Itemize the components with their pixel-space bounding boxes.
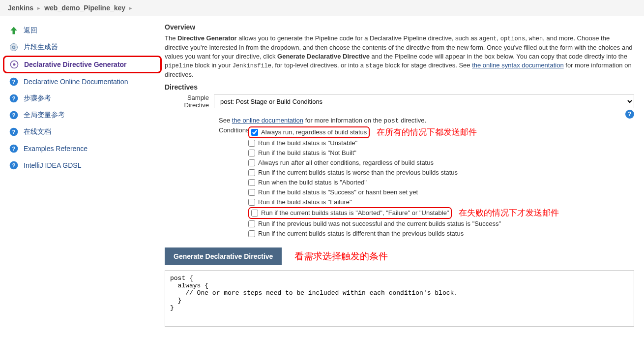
generate-button[interactable]: Generate Declarative Directive — [165, 247, 282, 265]
svg-text:?: ? — [12, 162, 15, 168]
condition-item-9: Run if the previous build was not succes… — [248, 219, 634, 229]
condition-label: Run if the current builds status is wors… — [258, 168, 458, 178]
sidebar-item-label: 步骤参考 — [24, 94, 51, 103]
condition-checkbox-0[interactable] — [251, 129, 258, 136]
condition-item-10: Run if the current builds status is diff… — [248, 229, 634, 239]
generate-annotation: 看需求选择触发的条件 — [294, 250, 388, 263]
sidebar-item-label: Declarative Directive Generator — [24, 61, 127, 68]
svg-text:?: ? — [12, 78, 15, 85]
condition-item-4: Run if the current builds status is wors… — [248, 168, 634, 178]
sidebar-item-label: 返回 — [24, 26, 37, 35]
chevron-right-icon: ▸ — [37, 5, 40, 11]
sidebar-item-7[interactable]: ?Examples Reference — [0, 140, 165, 157]
sidebar-item-0[interactable]: 返回 — [0, 22, 165, 39]
svg-text:?: ? — [12, 145, 15, 152]
condition-label: Run if the build status is "Failure" — [258, 197, 352, 207]
condition-item-0: Always run, regardless of build status在所… — [248, 126, 634, 138]
breadcrumb: Jenkins ▸ web_demo_Pipeline_key ▸ — [0, 0, 644, 16]
help-text: See the online documentation for more in… — [219, 117, 634, 124]
condition-checkbox-8[interactable] — [251, 210, 258, 216]
condition-item-3: Always run after all other conditions, r… — [248, 158, 634, 168]
gear-icon — [9, 42, 19, 52]
breadcrumb-item[interactable]: web_demo_Pipeline_key — [44, 4, 125, 12]
sidebar: 返回片段生成器Declarative Directive Generator?D… — [0, 16, 165, 334]
svg-text:?: ? — [12, 112, 15, 118]
condition-item-6: Run if the build status is "Success" or … — [248, 187, 634, 197]
condition-checkbox-2[interactable] — [248, 150, 255, 156]
svg-point-3 — [13, 63, 16, 66]
condition-checkbox-10[interactable] — [248, 230, 255, 237]
condition-item-8: Run if the current builds status is "Abo… — [248, 207, 634, 219]
condition-checkbox-3[interactable] — [248, 159, 255, 166]
condition-checkbox-7[interactable] — [248, 199, 255, 206]
condition-label: Always run, regardless of build status — [261, 127, 367, 137]
condition-checkbox-1[interactable] — [248, 140, 255, 147]
sidebar-item-8[interactable]: ?IntelliJ IDEA GDSL — [0, 157, 165, 174]
condition-label: Run when the build status is "Aborted" — [258, 178, 367, 187]
sidebar-item-label: 全局变量参考 — [24, 111, 65, 120]
condition-annotation: 在失败的情况下才发送邮件 — [459, 208, 559, 218]
help-icon: ? — [9, 127, 19, 137]
condition-label: Run if the previous build was not succes… — [258, 219, 501, 229]
syntax-doc-link[interactable]: the online syntax documentation — [472, 62, 563, 69]
condition-item-1: Run if the build status is "Unstable" — [248, 138, 634, 148]
condition-label: Run if the current builds status is diff… — [258, 229, 464, 239]
condition-checkbox-4[interactable] — [248, 169, 255, 176]
sidebar-item-2[interactable]: Declarative Directive Generator — [3, 56, 162, 73]
chevron-right-icon: ▸ — [129, 5, 132, 11]
main-content: Overview The Directive Generator allows … — [165, 16, 644, 334]
breadcrumb-root[interactable]: Jenkins — [8, 4, 33, 12]
condition-label: Run if the build status is "Unstable" — [258, 138, 357, 148]
sidebar-item-4[interactable]: ?步骤参考 — [0, 90, 165, 107]
svg-text:?: ? — [12, 128, 15, 135]
sidebar-item-label: Declarative Online Documentation — [24, 78, 128, 86]
condition-annotation: 在所有的情况下都发送邮件 — [377, 127, 477, 137]
condition-item-7: Run if the build status is "Failure" — [248, 197, 634, 207]
sidebar-item-label: 片段生成器 — [24, 43, 58, 52]
sidebar-item-label: IntelliJ IDEA GDSL — [24, 161, 82, 169]
overview-text: The Directive Generator allows you to ge… — [165, 34, 634, 79]
condition-label: Run if the build status is "Not Built" — [258, 148, 356, 158]
sidebar-item-3[interactable]: ?Declarative Online Documentation — [0, 73, 165, 90]
sample-directive-select[interactable]: post: Post Stage or Build Conditions — [214, 94, 634, 108]
sample-directive-label: Sample Directive — [165, 94, 214, 109]
code-output[interactable] — [165, 271, 634, 325]
svg-text:?: ? — [12, 95, 15, 101]
condition-item-5: Run when the build status is "Aborted" — [248, 178, 634, 187]
gear-purple-icon — [9, 60, 19, 69]
sidebar-item-6[interactable]: ?在线文档 — [0, 124, 165, 140]
sidebar-item-label: Examples Reference — [24, 145, 88, 153]
condition-label: Run if the current builds status is "Abo… — [261, 208, 449, 218]
online-doc-link[interactable]: the online documentation — [232, 117, 303, 124]
condition-checkbox-6[interactable] — [248, 189, 255, 196]
help-icon: ? — [9, 110, 19, 120]
condition-item-2: Run if the build status is "Not Built" — [248, 148, 634, 158]
condition-label: Always run after all other conditions, r… — [258, 158, 434, 168]
overview-heading: Overview — [165, 23, 634, 31]
sidebar-item-1[interactable]: 片段生成器 — [0, 39, 165, 56]
help-icon: ? — [9, 93, 19, 103]
condition-label: Run if the build status is "Success" or … — [258, 187, 418, 197]
sidebar-item-5[interactable]: ?全局变量参考 — [0, 107, 165, 124]
condition-checkbox-5[interactable] — [248, 179, 255, 186]
condition-checkbox-9[interactable] — [248, 220, 255, 227]
arrow-up-icon — [9, 26, 19, 35]
help-icon: ? — [9, 160, 19, 170]
conditions-list: Always run, regardless of build status在所… — [248, 126, 634, 239]
conditions-label: Conditions — [219, 126, 248, 134]
help-icon: ? — [9, 144, 19, 154]
help-icon: ? — [9, 77, 19, 87]
sidebar-item-label: 在线文档 — [24, 127, 51, 136]
directives-heading: Directives — [165, 83, 634, 91]
code-output-box — [165, 270, 634, 327]
